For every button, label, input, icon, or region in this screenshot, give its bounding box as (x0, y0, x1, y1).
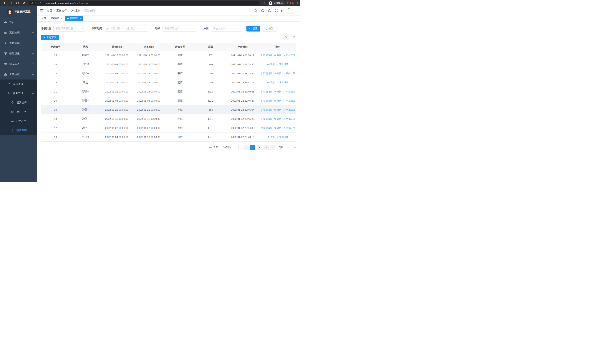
detail-link[interactable]: 详情 (267, 81, 275, 84)
sidebar-item-home[interactable]: 首页 (0, 17, 37, 28)
sidebar-item-leave-query[interactable]: 请假查询 (0, 126, 37, 135)
next-page-button[interactable]: › (270, 145, 275, 150)
font-size-icon[interactable]: tT (280, 6, 285, 15)
github-icon[interactable] (259, 6, 266, 15)
cancel-leave-link[interactable]: 取消请假 (261, 54, 272, 57)
table-cell: 2022-01-22 23:44:35 (226, 127, 259, 129)
app-logo[interactable]: 芋道管理系统 (0, 6, 37, 17)
table-cell: 事假 (165, 126, 195, 130)
eye-icon (267, 81, 270, 84)
sidebar-item-todo-tasks[interactable]: 待办任务 (0, 107, 37, 117)
approval-progress-link[interactable]: 审批进度 (283, 72, 295, 75)
tab-process-detail[interactable]: 流程详情✕ (49, 16, 64, 21)
prev-page-button[interactable]: ‹ (244, 145, 249, 150)
result-select[interactable]: 请选择流结果 (162, 26, 197, 31)
sidebar-item-my-process[interactable]: 我的流程 (0, 98, 37, 107)
breadcrumb-item[interactable]: 首页 (47, 9, 52, 12)
pen-icon (283, 54, 286, 56)
back-icon[interactable] (2, 0, 7, 6)
bookmark-star-icon[interactable]: ☆ (262, 1, 267, 5)
pen-icon (283, 100, 286, 102)
page-size-select[interactable]: 10条/页 (221, 145, 239, 150)
approval-progress-link[interactable]: 审批进度 (283, 108, 295, 111)
table-cell: 事假 (165, 63, 195, 66)
table-row: 20处理中2022-01-04 00:00:002022-01-04 00:00… (41, 96, 296, 105)
reset-button[interactable]: 重置 (262, 26, 276, 31)
sidebar-item-done-tasks[interactable]: 已办任务 (0, 117, 37, 126)
tab-leave-query[interactable]: 请假查询✕ (65, 16, 83, 21)
forward-icon[interactable] (9, 0, 14, 6)
more-menu-icon[interactable] (295, 2, 296, 4)
approval-progress-link[interactable]: 审批进度 (276, 63, 288, 66)
detail-link[interactable]: 详情 (274, 126, 281, 130)
trash-icon (261, 54, 263, 56)
help-icon[interactable] (266, 6, 273, 15)
table-row: 23处理中2022-01-03 00:00:002022-01-26 00:00… (41, 69, 296, 78)
apply-time-range-picker[interactable]: 开始日期 - 结束日期 (104, 26, 148, 31)
sidebar-item-devtools[interactable]: 研发工具 (0, 59, 37, 69)
page-button-2[interactable]: 2 (257, 145, 262, 150)
actions-cell: 详情审批进度 (259, 81, 296, 84)
actions-cell: 取消请假详情审批进度 (259, 117, 296, 121)
cancel-leave-link[interactable]: 取消请假 (261, 90, 272, 93)
detail-link[interactable]: 详情 (267, 63, 275, 66)
date-end-placeholder: 结束日期 (125, 27, 135, 30)
reason-input[interactable]: 请输入原因 (211, 26, 242, 31)
sidebar-item-workflow[interactable]: 工作流程 (0, 69, 37, 80)
sidebar-item-system[interactable]: 系统管理 (0, 28, 37, 38)
table-cell: 2022-01-22 23:53:35 (226, 63, 259, 66)
browser-update-button[interactable]: 更新 (287, 1, 298, 5)
close-icon[interactable]: ✕ (61, 17, 62, 20)
breadcrumb-item[interactable]: OA 示例 (71, 9, 80, 12)
sidebar-item-label: 支付管理 (9, 42, 20, 45)
detail-link[interactable]: 详情 (274, 99, 281, 102)
approval-progress-link[interactable]: 审批进度 (283, 126, 295, 130)
approval-progress-link[interactable]: 审批进度 (283, 117, 295, 121)
yen-icon: ¥ (4, 42, 7, 45)
approval-progress-link[interactable]: 审批进度 (283, 90, 295, 93)
search-icon[interactable] (253, 6, 259, 15)
goto-page-input[interactable]: 1 (285, 145, 292, 150)
sidebar-toggle-icon[interactable] (40, 9, 44, 13)
table-cell: 16 (41, 136, 70, 139)
user-avatar[interactable] (287, 7, 297, 15)
cancel-leave-link[interactable]: 取消请假 (261, 108, 272, 111)
reload-icon[interactable] (15, 0, 20, 6)
detail-link[interactable]: 详情 (267, 135, 275, 139)
refresh-icon[interactable] (291, 35, 296, 40)
table-cell: eee (195, 72, 226, 75)
page-button-1[interactable]: 1 (250, 145, 255, 150)
table-cell: EEE (195, 127, 226, 129)
detail-link[interactable]: 详情 (274, 108, 281, 111)
sidebar-item-process-mgmt[interactable]: 流程管理 (0, 80, 37, 89)
detail-link[interactable]: 详情 (274, 54, 281, 57)
chevron-down-icon (32, 63, 34, 65)
close-icon[interactable]: ✕ (80, 17, 81, 20)
chevron-down-icon (82, 28, 84, 30)
home-icon[interactable] (21, 0, 26, 6)
zoom-search-icon[interactable] (283, 35, 289, 40)
cancel-leave-link[interactable]: 取消请假 (261, 126, 272, 130)
detail-link[interactable]: 详情 (274, 117, 281, 121)
fullscreen-icon[interactable] (273, 6, 280, 15)
sidebar-item-infrastructure[interactable]: 基础设施 (0, 48, 37, 59)
approval-progress-link[interactable]: 审批进度 (283, 54, 295, 57)
cancel-leave-link[interactable]: 取消请假 (261, 72, 272, 75)
breadcrumb-item[interactable]: 工作流程 (56, 9, 67, 12)
leave-type-select[interactable]: 请选择请假类型 (53, 26, 86, 31)
address-bar[interactable]: 不安全 dashboard.yudao.iocoder.cn/bpm/oa/le… (29, 1, 260, 5)
cancel-leave-link[interactable]: 取消请假 (261, 117, 272, 121)
detail-link[interactable]: 详情 (274, 72, 281, 75)
approval-progress-link[interactable]: 审批进度 (276, 135, 288, 139)
page-button-3[interactable]: 3 (263, 145, 269, 150)
sidebar-item-task-mgmt[interactable]: 任务管理 (0, 89, 37, 98)
create-leave-button[interactable]: 发起请假 (41, 35, 59, 40)
sidebar-item-payment[interactable]: ¥ 支付管理 (0, 38, 37, 48)
search-button[interactable]: 搜索 (246, 26, 260, 31)
cancel-leave-link[interactable]: 取消请假 (261, 99, 272, 102)
approval-progress-link[interactable]: 审批进度 (276, 81, 288, 84)
approval-progress-link[interactable]: 审批进度 (283, 99, 295, 102)
table-cell: eee (195, 81, 226, 84)
detail-link[interactable]: 详情 (274, 90, 281, 93)
tab-home[interactable]: 首页 (40, 16, 48, 21)
